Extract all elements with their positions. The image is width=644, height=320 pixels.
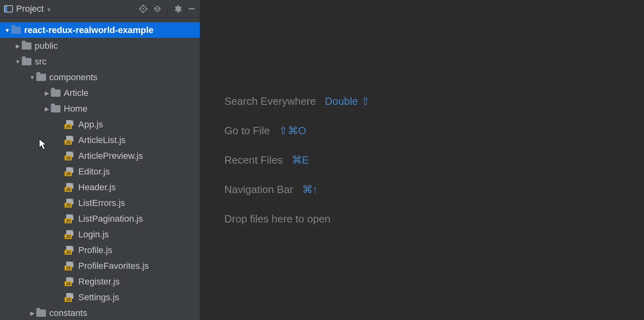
- tree-label: Profile.js: [78, 245, 112, 256]
- folder-icon: [36, 310, 46, 317]
- project-sidebar: Project ▼ react-redux-rea: [0, 0, 200, 320]
- tree-label: ProfileFavorites.js: [78, 261, 149, 271]
- hint-label: Drop files here to open: [224, 213, 330, 225]
- js-file-icon: JS: [65, 277, 75, 286]
- tree-row[interactable]: react-redux-realworld-example: [0, 22, 200, 38]
- project-title: Project: [16, 4, 44, 14]
- tree-row[interactable]: constants: [0, 305, 200, 320]
- folder-icon: [11, 27, 21, 34]
- svg-text:JS: JS: [66, 156, 71, 160]
- chevron-down-icon[interactable]: [14, 58, 22, 65]
- svg-text:JS: JS: [66, 235, 71, 239]
- tree-row[interactable]: Home: [0, 101, 200, 116]
- project-tree[interactable]: react-redux-realworld-examplepublicsrcco…: [0, 18, 200, 320]
- tree-row[interactable]: Article: [0, 85, 200, 101]
- svg-text:JS: JS: [66, 219, 71, 223]
- tool-window-icon: [4, 5, 13, 12]
- gear-icon[interactable]: [173, 4, 182, 13]
- hide-icon[interactable]: [188, 5, 196, 13]
- chevron-down-icon[interactable]: [28, 74, 36, 81]
- hint-label: Recent Files: [224, 154, 283, 166]
- svg-text:JS: JS: [66, 187, 71, 192]
- js-file-icon: JS: [65, 293, 75, 302]
- svg-point-1: [142, 8, 144, 10]
- hint-row: Go to File⇧⌘O: [224, 125, 370, 137]
- hint-label: Go to File: [224, 125, 270, 137]
- hint-row: Drop files here to open: [224, 213, 370, 225]
- tree-label: Header.js: [78, 182, 116, 193]
- tree-row[interactable]: src: [0, 54, 200, 69]
- svg-text:JS: JS: [66, 266, 71, 270]
- folder-icon: [51, 105, 61, 112]
- tree-row[interactable]: JSArticleList.js: [0, 132, 200, 148]
- svg-text:JS: JS: [66, 172, 71, 176]
- chevron-down-icon: ▼: [46, 6, 52, 13]
- js-file-icon: JS: [65, 183, 75, 192]
- tree-row[interactable]: JSListPagination.js: [0, 211, 200, 226]
- svg-text:JS: JS: [66, 203, 71, 208]
- tree-row[interactable]: JSProfileFavorites.js: [0, 258, 200, 274]
- project-header: Project ▼: [0, 0, 200, 18]
- tree-label: App.js: [78, 119, 103, 130]
- tree-row[interactable]: public: [0, 38, 200, 54]
- js-file-icon: JS: [65, 262, 75, 270]
- folder-icon: [36, 74, 46, 81]
- js-file-icon: JS: [65, 167, 75, 176]
- tree-label: ArticleList.js: [78, 135, 125, 145]
- tree-label: components: [49, 72, 98, 83]
- tree-label: Login.js: [78, 229, 109, 240]
- tree-row[interactable]: JSRegister.js: [0, 274, 200, 289]
- chevron-right-icon[interactable]: [14, 43, 22, 49]
- tree-label: Editor.js: [78, 166, 110, 177]
- tree-row[interactable]: JSHeader.js: [0, 179, 200, 195]
- js-file-icon: JS: [65, 152, 75, 160]
- chevron-down-icon[interactable]: [3, 27, 11, 33]
- chevron-right-icon[interactable]: [28, 310, 36, 316]
- folder-icon: [22, 42, 31, 50]
- tree-label: src: [35, 56, 46, 67]
- tree-row[interactable]: components: [0, 69, 200, 85]
- tree-row[interactable]: JSLogin.js: [0, 226, 200, 242]
- tree-label: Home: [64, 104, 88, 114]
- js-file-icon: JS: [65, 214, 75, 223]
- chevron-right-icon[interactable]: [43, 90, 51, 96]
- hint-shortcut: ⇧⌘O: [279, 125, 306, 137]
- chevron-right-icon[interactable]: [43, 106, 51, 112]
- tree-row[interactable]: JSSettings.js: [0, 289, 200, 305]
- hint-label: Search Everywhere: [224, 95, 316, 108]
- folder-icon: [22, 58, 31, 65]
- js-file-icon: JS: [65, 230, 75, 239]
- hint-shortcut: Double ⇧: [325, 95, 370, 108]
- tree-label: react-redux-realworld-example: [24, 25, 153, 35]
- hint-row: Recent Files⌘E: [224, 154, 370, 166]
- js-file-icon: JS: [65, 120, 75, 129]
- tree-row[interactable]: JSListErrors.js: [0, 195, 200, 211]
- hint-shortcut: ⌘E: [292, 154, 309, 166]
- svg-text:JS: JS: [66, 140, 71, 145]
- tree-label: Register.js: [78, 276, 120, 287]
- tree-row[interactable]: JSEditor.js: [0, 164, 200, 179]
- hint-shortcut: ⌘↑: [302, 183, 318, 196]
- project-dropdown[interactable]: Project ▼: [16, 4, 52, 14]
- collapse-all-icon[interactable]: [153, 5, 161, 13]
- tree-label: Article: [64, 88, 88, 98]
- tree-label: ListPagination.js: [78, 214, 143, 224]
- editor-area[interactable]: Search EverywhereDouble ⇧Go to File⇧⌘ORe…: [200, 0, 644, 320]
- tree-label: ListErrors.js: [78, 198, 125, 208]
- hint-row: Search EverywhereDouble ⇧: [224, 95, 370, 108]
- svg-text:JS: JS: [66, 282, 71, 286]
- tree-row[interactable]: JSApp.js: [0, 116, 200, 132]
- divider: [167, 4, 167, 14]
- js-file-icon: JS: [65, 136, 75, 145]
- js-file-icon: JS: [65, 199, 75, 208]
- tree-row[interactable]: JSProfile.js: [0, 242, 200, 258]
- empty-state-hints: Search EverywhereDouble ⇧Go to File⇧⌘ORe…: [224, 95, 370, 225]
- locate-icon[interactable]: [139, 4, 148, 13]
- hint-row: Navigation Bar⌘↑: [224, 183, 370, 196]
- tree-row[interactable]: JSArticlePreview.js: [0, 148, 200, 164]
- tree-label: constants: [49, 308, 87, 318]
- svg-text:JS: JS: [66, 250, 71, 255]
- folder-icon: [51, 89, 61, 97]
- tree-label: Settings.js: [78, 292, 119, 303]
- svg-text:JS: JS: [66, 297, 71, 302]
